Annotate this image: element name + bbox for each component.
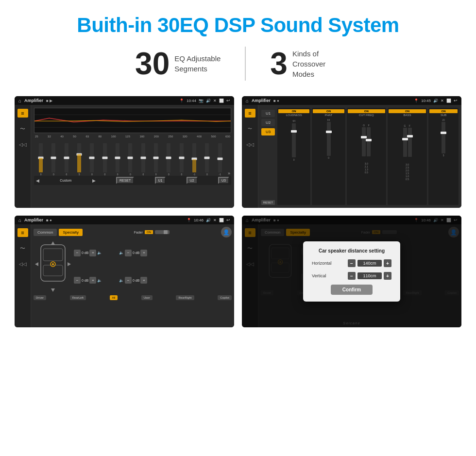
- eq-slider-9[interactable]: 0: [150, 143, 162, 176]
- crossover-main: U1 U2 U3 RESET ON LOUDNESS: [258, 105, 461, 208]
- bass-on-btn[interactable]: ON: [389, 109, 426, 113]
- horizontal-minus[interactable]: −: [348, 259, 356, 267]
- mode-tabs-3: Common Specialty: [34, 229, 83, 236]
- horizontal-plus[interactable]: +: [384, 259, 391, 267]
- side-panel-2: ≡ 〜 ◁◁: [242, 105, 258, 208]
- screen-body-3: ≡ 〜 ◁◁ Common Specialty Fader ON: [15, 224, 234, 327]
- specialty-main: Common Specialty Fader ON 👤: [31, 224, 234, 327]
- bal-value-br: 0 dB: [133, 279, 139, 282]
- reset-btn-2[interactable]: RESET: [261, 200, 275, 205]
- eq-slider-12[interactable]: -1: [188, 143, 200, 176]
- speaker-icon-2[interactable]: ◁◁: [245, 140, 255, 149]
- u3-btn-2[interactable]: U3: [261, 128, 275, 135]
- all-btn[interactable]: All: [110, 295, 118, 300]
- loudness-on-btn[interactable]: ON: [278, 109, 309, 113]
- balance-bl: − 0 dB + 🔈: [74, 277, 118, 284]
- sub-on-btn[interactable]: ON: [429, 109, 458, 113]
- screen-icon-3: ⬜: [219, 218, 224, 222]
- rearright-btn[interactable]: RearRight: [176, 295, 194, 300]
- rearleft-btn[interactable]: RearLeft: [70, 295, 86, 300]
- wave-icon-3[interactable]: 〜: [17, 244, 28, 253]
- cutfreq-on-btn[interactable]: ON: [348, 109, 385, 113]
- eq-slider-10[interactable]: 0: [163, 143, 174, 176]
- screen-icon-2: ⬜: [446, 99, 451, 103]
- eq-slider-7[interactable]: 0: [124, 143, 136, 176]
- time-1: 10:44: [187, 99, 196, 103]
- phat-on-btn[interactable]: ON: [313, 109, 344, 113]
- status-bar-1: ⌂ Amplifier ■ ▶ 📍 10:44 📷 🔊 ✕ ⬜ ↩: [15, 96, 234, 105]
- eq-slider-1[interactable]: 0: [48, 143, 59, 176]
- bal-plus-tr[interactable]: +: [140, 250, 147, 256]
- wave-icon-2[interactable]: 〜: [245, 124, 255, 133]
- balance-tr: 🔈 − 0 dB +: [119, 250, 158, 256]
- home-icon-1[interactable]: ⌂: [18, 98, 21, 103]
- reset-btn-1[interactable]: RESET: [116, 177, 134, 184]
- eq-slider-3[interactable]: 5: [73, 143, 85, 176]
- speaker-icon[interactable]: ◁◁: [17, 140, 28, 149]
- home-icon-2[interactable]: ⌂: [246, 98, 249, 103]
- horizontal-row: Horizontal − 140cm +: [312, 259, 391, 267]
- record-icon-3: ■ ●: [46, 218, 52, 222]
- specialty-tab-3[interactable]: Specialty: [59, 229, 82, 236]
- svg-marker-9: [51, 241, 55, 245]
- bal-minus-tl[interactable]: −: [74, 250, 81, 256]
- next-arrow[interactable]: ▶: [92, 178, 96, 183]
- eq-slider-13[interactable]: 0: [201, 143, 213, 176]
- eq-icon[interactable]: ≡: [17, 109, 28, 118]
- eq-slider-4[interactable]: 0: [86, 143, 98, 176]
- eq-number: 30: [135, 48, 170, 79]
- confirm-button[interactable]: Confirm: [331, 285, 373, 295]
- record-icon-1: ■ ▶: [46, 99, 52, 103]
- eq-icon-3[interactable]: ≡: [17, 228, 28, 237]
- more-btn[interactable]: »: [227, 171, 230, 176]
- speaker-icon-3[interactable]: ◁◁: [17, 259, 28, 268]
- driver-btn[interactable]: Driver: [34, 295, 46, 300]
- screen-eq: ⌂ Amplifier ■ ▶ 📍 10:44 📷 🔊 ✕ ⬜ ↩ ≡ 〜 ◁◁: [15, 96, 234, 208]
- location-icon-1: 📍: [179, 99, 184, 103]
- eq-bottom-bar: ◀ Custom ▶ RESET U1 U2 U3: [34, 176, 231, 185]
- u3-btn-1[interactable]: U3: [218, 177, 229, 184]
- record-icon-2: ■ ●: [273, 99, 279, 103]
- eq-slider-14[interactable]: -1: [214, 143, 226, 176]
- fader-on-btn[interactable]: ON: [145, 230, 153, 234]
- wave-icon[interactable]: 〜: [17, 124, 28, 133]
- stats-row: 30 EQ Adjustable Segments 3 Kinds of Cro…: [0, 42, 476, 91]
- preset-label: Custom: [60, 179, 71, 182]
- fader-slider[interactable]: [155, 230, 170, 234]
- bal-value-tl: 0 dB: [82, 251, 88, 254]
- home-icon-3[interactable]: ⌂: [18, 218, 21, 223]
- bal-minus-br[interactable]: −: [125, 277, 132, 284]
- prev-arrow[interactable]: ◀: [36, 178, 39, 183]
- eq-slider-0[interactable]: 0: [35, 143, 47, 176]
- app-title-3: Amplifier: [24, 218, 43, 222]
- eq-slider-8[interactable]: 0: [137, 143, 149, 176]
- bal-minus-tr[interactable]: −: [125, 250, 132, 256]
- vertical-plus[interactable]: +: [384, 272, 391, 280]
- bal-plus-tl[interactable]: +: [89, 250, 96, 256]
- common-tab-3[interactable]: Common: [34, 229, 57, 236]
- bal-plus-bl[interactable]: +: [89, 277, 96, 284]
- copilot-btn[interactable]: Copilot: [218, 295, 232, 300]
- eq-slider-11[interactable]: 0: [176, 143, 187, 176]
- balance-grid: − 0 dB + 🔈: [34, 240, 232, 293]
- eq-slider-2[interactable]: 0: [61, 143, 72, 176]
- user-btn[interactable]: User: [141, 295, 153, 300]
- speaker-rl-icon: 🔈: [97, 278, 102, 283]
- balance-tl: − 0 dB + 🔈: [74, 250, 118, 256]
- vol-icon-2: 🔊: [433, 99, 438, 103]
- bal-plus-br[interactable]: +: [140, 277, 147, 284]
- eq-slider-6[interactable]: 0: [112, 143, 123, 176]
- user-avatar[interactable]: 👤: [221, 227, 232, 237]
- u1-btn-2[interactable]: U1: [261, 110, 275, 117]
- eq-icon-2[interactable]: ≡: [245, 109, 255, 118]
- svg-marker-11: [35, 262, 38, 266]
- vertical-minus[interactable]: −: [348, 272, 356, 280]
- bal-minus-bl[interactable]: −: [74, 277, 81, 284]
- eq-slider-5[interactable]: 0: [99, 143, 111, 176]
- side-panel-1: ≡ 〜 ◁◁: [15, 105, 31, 208]
- horizontal-label: Horizontal: [312, 261, 339, 266]
- u2-btn-2[interactable]: U2: [261, 119, 275, 126]
- u1-btn-1[interactable]: U1: [155, 177, 166, 184]
- u2-btn-1[interactable]: U2: [187, 177, 198, 184]
- vertical-value: 110cm: [357, 272, 382, 279]
